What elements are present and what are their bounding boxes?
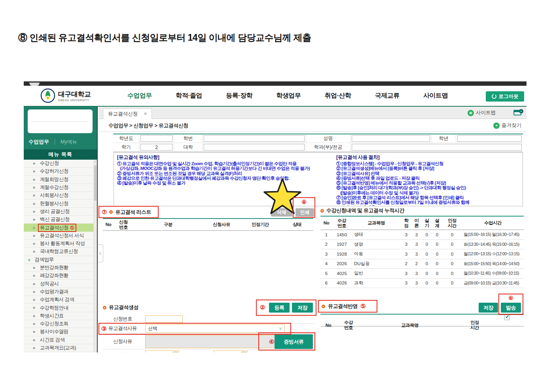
cell-credit: 3 <box>401 232 411 237</box>
sidebar-menu-item[interactable]: 백신 공결신청 <box>24 216 93 224</box>
cell-course-code: 1928 <box>332 252 351 256</box>
sidebar-menu-item[interactable]: 학생시간표 <box>24 312 93 320</box>
sidebar-menu-item[interactable]: 검색업무 <box>24 256 93 264</box>
semester-input[interactable]: 2 <box>140 144 172 151</box>
annotation-badge-7: ⑦ <box>102 209 107 216</box>
period-from-input[interactable] <box>145 351 179 352</box>
table-row[interactable]: 2 1927 생명 3 3 0 0 0 화(13:30~14:45) 목(15:… <box>320 240 524 250</box>
favorites-link[interactable]: ★ 즐겨찾기 <box>493 122 521 129</box>
sidebar-collapse-handle[interactable]: < <box>98 244 103 262</box>
cell-recognized-hours: 0 <box>442 281 462 285</box>
sidebar-menu-item[interactable]: 폐강강좌현황 <box>24 272 93 280</box>
grade-input[interactable] <box>457 135 522 142</box>
sidebar-menu-item[interactable]: 시간표 검색 <box>24 336 93 344</box>
select-all-checkbox[interactable] <box>504 315 510 320</box>
nav-item[interactable]: 수업업무 <box>127 92 152 100</box>
cell-practice: 0 <box>422 232 432 237</box>
menu-item-label: 계절희망신청 <box>40 176 68 183</box>
table-row[interactable]: 6 4026 과학 3 3 0 0 0 금(09:00~10:15) 금(10:… <box>320 279 524 288</box>
cell-theory: 3 <box>411 271 422 276</box>
apply-table-header: No수강 번호교과목명인정 시간 <box>320 315 524 326</box>
sidebar-menu-item[interactable]: 분반강좌현황 <box>24 264 93 272</box>
cell-recognized-hours: 0 <box>442 232 462 237</box>
sidebar-menu-item[interactable]: 봉사이수열람 <box>24 328 93 336</box>
apply-save-button[interactable]: 저장 <box>479 303 498 313</box>
column-header: 이 론 <box>411 218 422 228</box>
application-number-input[interactable] <box>145 315 183 323</box>
sidebar-menu-item[interactable]: 수업평가결과 <box>24 288 93 296</box>
sidebar-menu-item[interactable]: 수강허가신청 <box>24 168 93 175</box>
logout-button[interactable]: 로그아웃 <box>486 91 524 102</box>
sidebar-menu-item[interactable]: 봉사 활동계획서 작성 <box>24 240 93 248</box>
sidebar-scrollbar[interactable]: ^ <box>93 160 97 352</box>
app-header: 대구대학교 DAEGU UNIVERSITY 수업업무 학적·졸업 등록·장학 … <box>24 86 527 106</box>
sidebar-menu-item[interactable]: 사회봉사신청 <box>24 192 93 200</box>
nav-item[interactable]: 학적·졸업 <box>176 92 202 100</box>
college-input[interactable] <box>204 144 305 151</box>
sidebar-menu-item[interactable]: 유고결석신청서 서식 <box>24 232 93 240</box>
sidebar-menu-item[interactable]: 국내학점교류신청 <box>24 248 93 256</box>
table-row[interactable]: 3 1928 아동 3 3 0 0 0 월(12:00~13:15) 수(12:… <box>320 249 524 259</box>
sidebar-menu-item[interactable]: 취업정보조회 <box>24 352 93 352</box>
sidebar-menu-item[interactable]: 성적공시 <box>24 280 93 288</box>
sidebar-menu-item[interactable]: 수업계획서 검색 <box>24 296 93 304</box>
nav-item[interactable]: 학생업무 <box>276 92 301 100</box>
menu-item-label: 수강학점안내 <box>40 305 68 311</box>
cell-credit: 3 <box>401 252 411 256</box>
logo-title: 대구대학교 <box>58 90 91 99</box>
sidebar-menu-item[interactable]: 수강학점안내 <box>24 304 93 312</box>
nav-item[interactable]: 국제교류 <box>375 92 400 100</box>
sidebar-menu-item[interactable]: 계절수강신청 <box>24 184 93 192</box>
tab-absence-application[interactable]: 유고결석신청 × <box>103 108 152 119</box>
menu-item-label: 봉사 활동계획서 작성 <box>40 240 85 247</box>
content-tabbar: 유고결석신청 × ▦ 사이트맵 <box>98 107 527 119</box>
calendar-icon[interactable] <box>173 352 178 352</box>
table-row[interactable]: 4 2026 DU실용 2 2 0 0 0 화(15:00~15:50) 목(1… <box>320 259 524 269</box>
calendar-icon[interactable] <box>241 352 246 352</box>
menu-arrow-icon <box>33 338 36 342</box>
menu-item-label: 검색업무 <box>35 256 54 263</box>
cell-recognized-hours: 0 <box>442 261 462 266</box>
sidebar-tab-mymenu[interactable]: My메뉴 <box>61 139 77 145</box>
sidebar-tab-primary[interactable]: 수업업무 <box>28 138 49 145</box>
column-header: 인정 시간 <box>459 320 491 330</box>
period-to-input[interactable] <box>214 351 248 352</box>
column-header: 실 기 <box>422 218 432 228</box>
notice-line: ① [종합정보시스템] - 수업업무 - 신청업무 - 유고결석신청 <box>336 161 521 166</box>
menu-arrow-icon <box>33 194 36 197</box>
menu-arrow-icon <box>33 186 36 189</box>
column-header: 수강 번호 <box>332 218 351 228</box>
scrollbar-thumb[interactable] <box>94 165 97 201</box>
scroll-up-icon[interactable]: ^ <box>94 160 97 164</box>
popup-window-icon[interactable] <box>513 110 521 115</box>
nav-item[interactable]: 취업·산학 <box>325 92 351 100</box>
enrollment-table: No수강 번호교과목명학 점이 론실 기설 계인정 시간수업시간 1 1450 … <box>320 216 524 288</box>
menu-arrow-icon <box>33 226 36 230</box>
sidebar-menu-item[interactable]: 유고결석신청 ① <box>24 224 93 232</box>
notice-line: (가상강좌, MOOC강좌 등 원격수업과 학습기간이 유고결석 허용기간보다 … <box>117 166 335 171</box>
tab-divider <box>55 139 55 145</box>
sidebar-menu-item[interactable]: 교과목개요(교과) <box>24 344 93 352</box>
sidebar-menu-item[interactable]: 계절희망신청 <box>24 176 93 184</box>
student-id-input[interactable] <box>204 135 305 142</box>
sitemap-link[interactable]: ▦ 사이트맵 <box>468 109 496 116</box>
sidebar-menu-item[interactable]: 수강신청조회 <box>24 320 93 328</box>
major-input[interactable] <box>352 144 522 151</box>
year-input[interactable] <box>140 135 172 142</box>
sidebar-menu-item[interactable]: 생리 공결신청 <box>24 208 93 216</box>
close-icon[interactable]: × <box>144 111 147 117</box>
nav-item[interactable]: 등록·장학 <box>226 92 252 100</box>
nav-item[interactable]: 사이트맵 <box>423 92 448 100</box>
absence-list-table: No신청 번호구분신청사유인정기간상태 <box>103 218 313 297</box>
table-row[interactable]: 1 1450 생태 3 3 0 0 0 월(15:00~16:15) 월(16:… <box>320 230 524 240</box>
menu-arrow-icon <box>33 234 36 237</box>
cell-course-name: 아동 <box>351 251 401 257</box>
sidebar-menu-item[interactable]: 헌혈봉사신청 <box>24 200 93 207</box>
notice-line: ④ [발송]이후 날짜 수정 및 취소 불가 <box>117 181 335 185</box>
name-input[interactable] <box>352 135 430 142</box>
menu-arrow-icon <box>33 330 36 334</box>
table-row[interactable]: 5 4025 일반 3 3 0 0 0 월(10:30~11:45) 수(09:… <box>320 269 524 279</box>
menu-item-label: 백신 공결신청 <box>40 216 70 223</box>
sidebar-menu-item[interactable]: 수강신청 <box>24 160 93 168</box>
university-logo[interactable]: 대구대학교 DAEGU UNIVERSITY <box>40 88 91 103</box>
